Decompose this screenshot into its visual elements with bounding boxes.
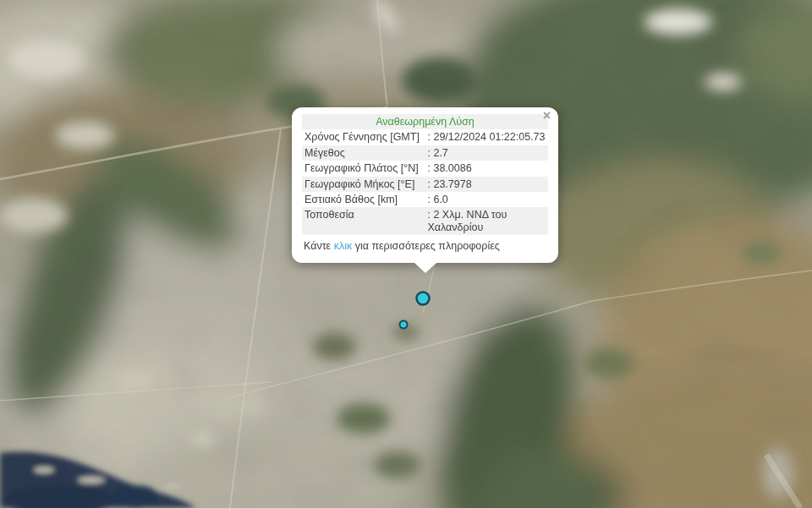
earthquake-marker-main-circle (417, 292, 430, 305)
table-row: Γεωγραφικό Πλάτος [°N] : 38.0086 (302, 161, 548, 176)
earthquake-marker-main[interactable] (414, 289, 432, 308)
row-label-origin-time: Χρόνος Γέννησης [GMT] (302, 129, 425, 145)
row-label-location: Τοποθεσία (302, 207, 425, 235)
popup-title: Αναθεωρημένη Λύση (302, 114, 548, 129)
row-value-latitude: : 38.0086 (425, 161, 549, 176)
click-link[interactable]: κλικ (334, 240, 353, 252)
table-row: Εστιακό Βάθος [km] : 6.0 (302, 192, 548, 207)
footer-text-suffix: για περισσότερες πληροφορίες (352, 240, 500, 252)
popup-tail (414, 263, 436, 273)
row-value-depth: : 6.0 (425, 192, 549, 207)
earthquake-marker-secondary-circle (400, 321, 408, 329)
row-label-longitude: Γεωγραφικό Μήκος [°E] (302, 177, 425, 192)
map-viewport: × Αναθεωρημένη Λύση Χρόνος Γέννησης [GMT… (0, 0, 812, 508)
popup-footer: Κάντε κλικ για περισσότερες πληροφορίες (302, 240, 548, 252)
row-value-longitude: : 23.7978 (425, 177, 549, 192)
earthquake-info-table: Αναθεωρημένη Λύση Χρόνος Γέννησης [GMT] … (302, 114, 548, 235)
row-value-magnitude: : 2.7 (425, 145, 549, 161)
earthquake-marker-secondary[interactable] (398, 319, 409, 330)
row-label-latitude: Γεωγραφικό Πλάτος [°N] (302, 161, 425, 176)
earthquake-info-popup: × Αναθεωρημένη Λύση Χρόνος Γέννησης [GMT… (292, 107, 558, 263)
close-icon[interactable]: × (543, 108, 551, 123)
table-row: Χρόνος Γέννησης [GMT] : 29/12/2024 01:22… (302, 129, 548, 145)
table-row: Γεωγραφικό Μήκος [°E] : 23.7978 (302, 177, 548, 192)
table-row: Μέγεθος : 2.7 (302, 145, 548, 161)
row-value-origin-time: : 29/12/2024 01:22:05.73 (425, 129, 549, 145)
footer-text-prefix: Κάντε (304, 240, 334, 252)
row-label-depth: Εστιακό Βάθος [km] (302, 192, 425, 207)
row-value-location: : 2 Χλμ. ΝΝΔ του Χαλανδρίου (425, 207, 549, 235)
popup-title-row: Αναθεωρημένη Λύση (302, 114, 548, 129)
row-label-magnitude: Μέγεθος (302, 145, 425, 161)
table-row: Τοποθεσία : 2 Χλμ. ΝΝΔ του Χαλανδρίου (302, 207, 548, 235)
